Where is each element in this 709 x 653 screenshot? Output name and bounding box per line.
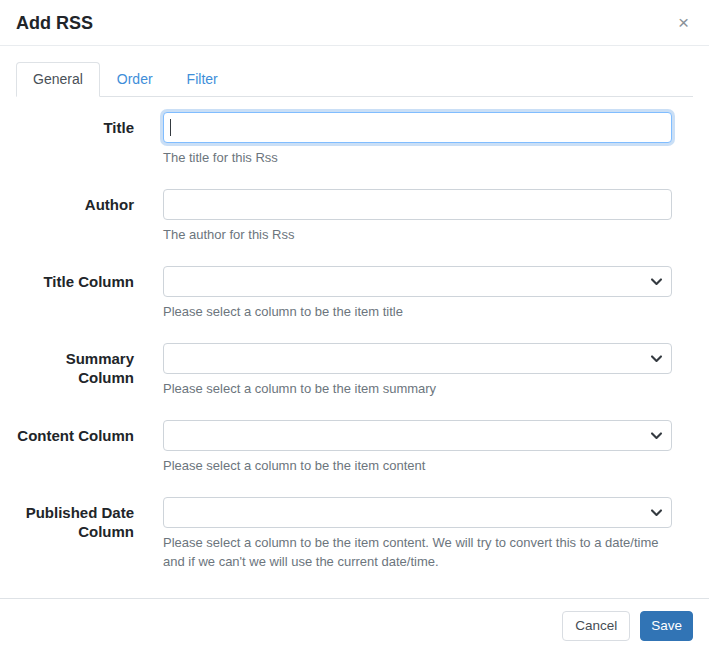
author-input[interactable] [163,189,672,220]
author-help-text: The author for this Rss [163,225,672,244]
summary-column-label: Summary Column [16,343,134,398]
content-column-label: Content Column [16,420,134,475]
tab-bar: General Order Filter [16,62,693,97]
form-row-summary-column: Summary Column Please select a column to… [16,343,693,398]
summary-column-select[interactable] [163,343,672,374]
form-row-published-date-column: Published Date Column Please select a co… [16,497,693,571]
author-label: Author [16,189,134,244]
form-row-title-column: Title Column Please select a column to b… [16,266,693,321]
modal-title: Add RSS [16,13,93,33]
cancel-button[interactable]: Cancel [562,611,630,641]
title-input[interactable] [163,112,672,143]
form-row-content-column: Content Column Please select a column to… [16,420,693,475]
form-row-author: Author The author for this Rss [16,189,693,244]
title-help-text: The title for this Rss [163,148,672,167]
title-label: Title [16,112,134,167]
content-column-help-text: Please select a column to be the item co… [163,456,672,475]
tab-filter[interactable]: Filter [170,62,235,97]
content-column-select[interactable] [163,420,672,451]
published-date-column-help-text: Please select a column to be the item co… [163,533,672,571]
title-column-select[interactable] [163,266,672,297]
summary-column-help-text: Please select a column to be the item su… [163,379,672,398]
close-icon[interactable]: × [674,13,693,33]
published-date-column-label: Published Date Column [16,497,134,571]
general-tab-panel: Title The title for this Rss Author The [16,112,693,571]
modal-header: Add RSS × [0,0,709,46]
save-button[interactable]: Save [640,611,693,641]
tab-general[interactable]: General [16,62,100,97]
modal-footer: Cancel Save [0,598,709,653]
tab-order[interactable]: Order [100,62,170,97]
form-row-title: Title The title for this Rss [16,112,693,167]
title-column-help-text: Please select a column to be the item ti… [163,302,672,321]
modal-body: General Order Filter Title The title for… [0,46,709,598]
text-caret [170,119,171,136]
add-rss-modal: Add RSS × General Order Filter Title The… [0,0,709,653]
published-date-column-select[interactable] [163,497,672,528]
title-column-label: Title Column [16,266,134,321]
